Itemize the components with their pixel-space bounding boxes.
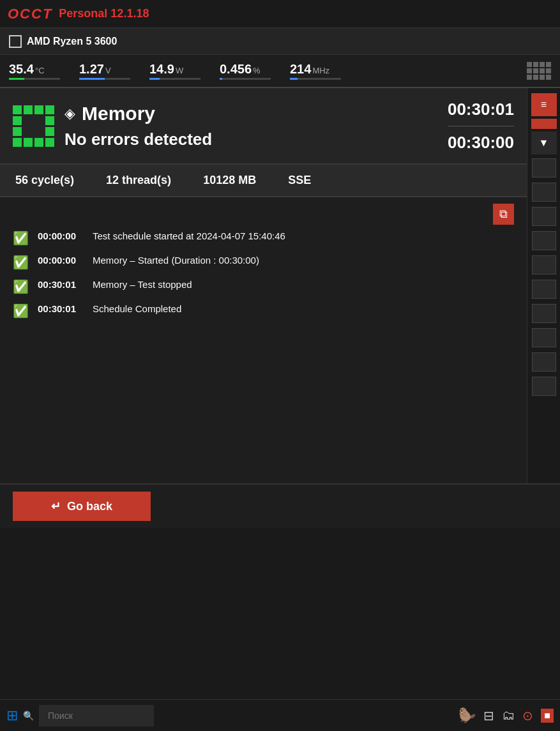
cpu-bar: AMD Ryzen 5 3600: [0, 28, 560, 55]
voltage-bar-fill: [79, 78, 105, 80]
log-message-2: Memory – Started (Duration : 00:30:00): [93, 255, 259, 266]
frequency-stat: 214 MHz: [290, 62, 341, 80]
sidebar-btn-list[interactable]: ≡: [531, 93, 557, 116]
log-entry: ✅ 00:30:01 Schedule Completed: [13, 303, 514, 319]
log-entry: ✅ 00:00:00 Test schedule started at 2024…: [13, 230, 514, 246]
go-back-button[interactable]: ↵ Go back: [13, 492, 151, 521]
sidebar-item-4[interactable]: [532, 231, 556, 250]
power-stat: 14.9 W: [149, 62, 201, 80]
check-icon-3: ✅: [13, 279, 29, 294]
temperature-bar-fill: [9, 78, 24, 80]
sidebar-item-7[interactable]: [532, 304, 556, 323]
taskbar-search-icon: 🔍: [23, 711, 34, 721]
usage-stat: 0.456 %: [220, 62, 271, 80]
taskbar-search-input[interactable]: [39, 705, 154, 727]
memory-title-row: ◈ Memory: [64, 103, 212, 124]
test-stats-row: 56 cycle(s) 12 thread(s) 10128 MB SSE: [0, 165, 527, 197]
sidebar-btn-red2[interactable]: [531, 119, 557, 129]
temperature-value: 35.4: [9, 62, 34, 77]
frequency-bar-fill: [290, 78, 298, 80]
temperature-unit: °C: [35, 66, 45, 75]
taskbar: ⊞ 🔍 🦫 ⊟ 🗂 ⊙ ■: [0, 699, 560, 731]
sidebar-item-10[interactable]: [532, 377, 556, 396]
memory-title-block: ◈ Memory No errors detected: [64, 103, 212, 149]
copy-button[interactable]: ⧉: [493, 204, 514, 225]
sidebar-item-5[interactable]: [532, 255, 556, 275]
log-entries: ✅ 00:00:00 Test schedule started at 2024…: [13, 230, 514, 319]
usage-bar-fill: [220, 78, 222, 80]
no-errors-text: No errors detected: [64, 130, 212, 149]
memory-title: Memory: [82, 103, 155, 124]
frequency-unit: MHz: [312, 66, 329, 75]
duration-time: 00:30:00: [448, 133, 514, 153]
usage-value: 0.456: [220, 62, 252, 77]
check-icon-2: ✅: [13, 255, 29, 270]
frequency-bar: [290, 78, 341, 80]
sidebar-item-2[interactable]: [532, 183, 556, 202]
usage-bar: [220, 78, 271, 80]
sidebar-item-1[interactable]: [532, 158, 556, 177]
log-entry: ✅ 00:30:01 Memory – Test stopped: [13, 279, 514, 294]
usage-unit: %: [253, 66, 261, 75]
log-time-3: 00:30:01: [38, 279, 84, 290]
windows-start-icon[interactable]: ⊞: [6, 707, 18, 724]
bottom-bar: ↵ Go back: [0, 483, 560, 528]
voltage-value: 1.27: [79, 62, 104, 77]
sidebar-item-6[interactable]: [532, 280, 556, 299]
log-section: ⧉ ✅ 00:00:00 Test schedule started at 20…: [0, 197, 527, 483]
voltage-stat: 1.27 V: [79, 62, 130, 80]
log-message-3: Memory – Test stopped: [93, 279, 192, 290]
sidebar-item-3[interactable]: [532, 207, 556, 226]
power-unit: W: [176, 66, 183, 75]
elapsed-time: 00:30:01: [448, 100, 514, 119]
stats-bar: 35.4 °C 1.27 V 14.9 W 0.456 %: [0, 55, 560, 88]
memory-chip-icon: ◈: [64, 105, 75, 122]
cpu-name: AMD Ryzen 5 3600: [9, 35, 117, 48]
cycles-stat: 56 cycle(s): [15, 174, 74, 187]
log-message-1: Test schedule started at 2024-04-07 15:4…: [93, 230, 285, 241]
title-bar: OCCT Personal 12.1.18: [0, 0, 560, 28]
app-logo: OCCT: [8, 6, 52, 22]
memory-info-left: ◈ Memory No errors detected: [13, 103, 212, 149]
log-message-4: Schedule Completed: [93, 303, 181, 314]
log-time-4: 00:30:01: [38, 303, 84, 314]
power-value: 14.9: [149, 62, 174, 77]
memory-times: 00:30:01 00:30:00: [448, 100, 514, 153]
temperature-stat: 35.4 °C: [9, 62, 60, 80]
taskbar-icon-beaver[interactable]: 🦫: [458, 707, 476, 724]
taskbar-icon-red[interactable]: ■: [541, 709, 554, 723]
sidebar-btn-dropdown[interactable]: ▼: [531, 132, 557, 154]
go-back-arrow-icon: ↵: [51, 499, 61, 513]
grid-display-icon[interactable]: [527, 62, 551, 80]
voltage-unit: V: [105, 66, 111, 75]
taskbar-icon-app[interactable]: ⊟: [483, 708, 494, 723]
voltage-bar: [79, 78, 130, 80]
log-time-2: 00:00:00: [38, 255, 84, 266]
memory-header: ◈ Memory No errors detected 00:30:01 00:…: [0, 88, 527, 165]
right-sidebar: ≡ ▼: [527, 88, 560, 483]
memory-grid-icon: [13, 105, 54, 147]
check-icon-1: ✅: [13, 230, 29, 246]
power-bar: [149, 78, 201, 80]
taskbar-icon-chrome[interactable]: ⊙: [522, 708, 533, 723]
time-divider: [448, 126, 514, 126]
threads-stat: 12 thread(s): [106, 174, 171, 187]
go-back-label: Go back: [67, 500, 112, 513]
instruction-stat: SSE: [288, 174, 311, 187]
sidebar-item-8[interactable]: [532, 328, 556, 347]
log-entry: ✅ 00:00:00 Memory – Started (Duration : …: [13, 255, 514, 270]
taskbar-icon-files[interactable]: 🗂: [502, 708, 515, 723]
app-title: Personal 12.1.18: [59, 7, 149, 20]
power-bar-fill: [149, 78, 160, 80]
taskbar-icons: 🦫 ⊟ 🗂 ⊙ ■: [458, 707, 554, 724]
check-icon-4: ✅: [13, 303, 29, 319]
memory-stat: 10128 MB: [203, 174, 256, 187]
copy-icon: ⧉: [499, 207, 508, 220]
sidebar-item-9[interactable]: [532, 352, 556, 372]
cpu-icon: [9, 35, 22, 48]
log-time-1: 00:00:00: [38, 230, 84, 241]
temperature-bar: [9, 78, 60, 80]
frequency-value: 214: [290, 62, 311, 77]
main-panel: ◈ Memory No errors detected 00:30:01 00:…: [0, 88, 527, 483]
